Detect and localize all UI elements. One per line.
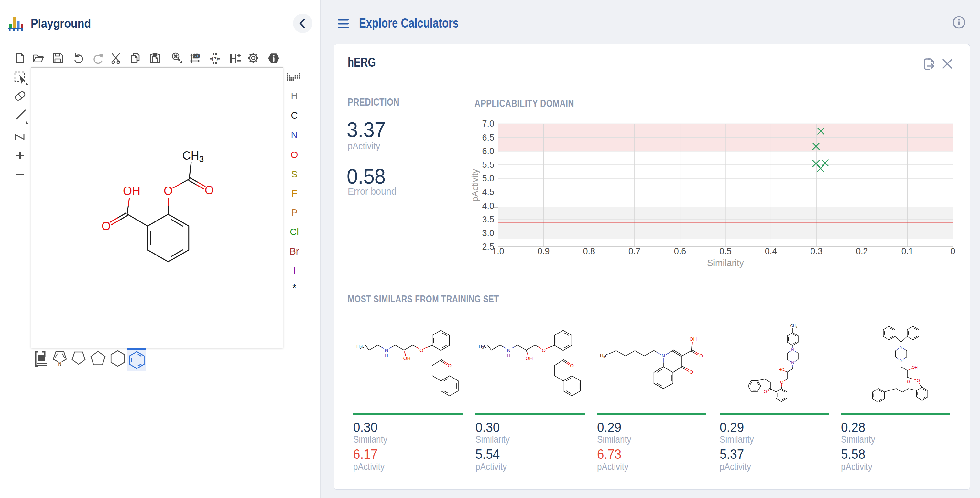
- svg-text:O: O: [420, 348, 423, 353]
- svg-text:N: N: [58, 361, 62, 367]
- svg-text:5.5: 5.5: [482, 160, 494, 170]
- svg-text:N: N: [791, 360, 794, 365]
- svg-text:N: N: [507, 348, 511, 353]
- svg-text:4.5: 4.5: [482, 187, 494, 197]
- svg-text:OH: OH: [123, 184, 140, 198]
- svg-text:O: O: [205, 184, 214, 197]
- svg-text:N: N: [791, 348, 794, 352]
- svg-text:O: O: [764, 389, 767, 394]
- svg-text:N: N: [662, 353, 665, 358]
- svg-text:0.5: 0.5: [719, 246, 732, 256]
- svg-text:0.4: 0.4: [765, 246, 777, 256]
- svg-text:6.5: 6.5: [482, 133, 494, 142]
- svg-text:3.0: 3.0: [482, 228, 494, 238]
- svg-text:7.0: 7.0: [482, 119, 494, 129]
- svg-text:2D: 2D: [193, 53, 200, 59]
- svg-text:Similarity: Similarity: [707, 258, 744, 268]
- svg-text:0.1: 0.1: [901, 246, 914, 256]
- svg-text:H: H: [507, 353, 510, 358]
- svg-text:O: O: [907, 379, 910, 384]
- svg-text:O: O: [570, 363, 574, 368]
- svg-text:0: 0: [950, 246, 955, 256]
- svg-text:HO: HO: [778, 367, 784, 372]
- svg-text:CH3: CH3: [182, 149, 204, 164]
- svg-text:(?): (?): [212, 56, 218, 61]
- svg-text:O: O: [916, 378, 920, 383]
- svg-text:O: O: [102, 220, 111, 233]
- svg-text:O: O: [542, 348, 546, 353]
- svg-text:4.0: 4.0: [482, 201, 494, 211]
- svg-text:H3C: H3C: [479, 343, 487, 350]
- svg-text:0.7: 0.7: [628, 246, 641, 256]
- svg-text:0.6: 0.6: [674, 246, 686, 256]
- svg-text:6.0: 6.0: [482, 146, 494, 156]
- svg-text:O: O: [699, 353, 703, 358]
- svg-text:O: O: [689, 369, 693, 375]
- svg-text:O: O: [448, 363, 452, 368]
- svg-text:H: H: [385, 353, 388, 358]
- svg-text:OH: OH: [526, 356, 533, 361]
- svg-text:OH: OH: [403, 356, 411, 361]
- svg-text:H3C: H3C: [356, 343, 365, 350]
- svg-text:OH: OH: [690, 336, 697, 342]
- svg-text:1.0: 1.0: [492, 246, 504, 256]
- svg-text:0.9: 0.9: [538, 246, 550, 256]
- svg-text:O: O: [780, 380, 783, 385]
- svg-text:N: N: [385, 348, 388, 353]
- svg-text:5.0: 5.0: [482, 174, 494, 183]
- svg-text:3.5: 3.5: [482, 215, 494, 224]
- svg-text:OH: OH: [912, 365, 918, 370]
- svg-text:N: N: [899, 345, 902, 350]
- svg-text:N: N: [899, 358, 902, 363]
- svg-text:H3C: H3C: [600, 353, 608, 359]
- svg-text:O: O: [164, 184, 173, 198]
- svg-text:0.3: 0.3: [810, 246, 822, 256]
- svg-text:0.2: 0.2: [856, 246, 868, 256]
- svg-text:0.8: 0.8: [583, 246, 595, 256]
- svg-text:CH3: CH3: [791, 324, 797, 328]
- svg-text:pActivity: pActivity: [470, 169, 480, 201]
